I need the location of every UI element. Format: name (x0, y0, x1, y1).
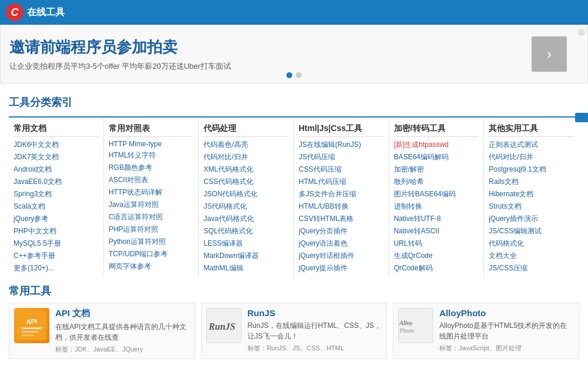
link-encrypt[interactable]: 加密/解密 (394, 163, 479, 176)
link-tcp-udp[interactable]: TCP/UDP端口参考 (109, 248, 194, 260)
link-csv-html[interactable]: CSV转HTML表格 (299, 213, 384, 225)
link-mathml[interactable]: MathML编辑 (203, 262, 289, 274)
link-java-ops[interactable]: Java运算符对照 (109, 199, 194, 211)
link-css-fmt[interactable]: CSS代码格式化 (203, 176, 289, 188)
link-rails[interactable]: Rails文档 (489, 176, 574, 188)
link-jq-demo[interactable]: jQuery插件演示 (489, 213, 574, 225)
share-button[interactable]: 分享到 (575, 113, 588, 122)
link-base64[interactable]: BASE64编码解码 (394, 151, 479, 163)
link-jscss-edit[interactable]: JS/CSS编辑测试 (489, 225, 574, 237)
link-native-utf8[interactable]: Native转UTF-8 (394, 213, 479, 225)
ad-content: 邀请前端程序员参加拍卖 让企业竞拍程序员平均3-5个offer 平均年薪20万还… (9, 37, 532, 72)
runjs-tags: 标签：RunJS、JS、CSS、HTML (248, 344, 382, 353)
link-mysql[interactable]: MySQL5.5手册 (14, 237, 99, 250)
link-img-base64[interactable]: 图片转BASE64编码 (394, 188, 479, 200)
link-jscss-min[interactable]: JS/CSS压缩 (489, 262, 574, 274)
col-crypto: 加密/转码工具 [新]生成htpasswd BASE64编码解码 加密/解密 散… (389, 118, 485, 277)
card-runjs: RunJS RunJS RunJS，在线编辑运行HTML、CSS、JS，让JS飞… (201, 303, 387, 359)
link-jdk7[interactable]: JDK7英文文档 (14, 151, 99, 163)
link-css-compress[interactable]: CSS代码压缩 (299, 163, 384, 176)
link-js-compress[interactable]: JS代码压缩 (299, 151, 384, 163)
ad-arrow[interactable]: › (532, 36, 567, 72)
link-ascii[interactable]: ASCII对照表 (109, 174, 194, 186)
link-highlight[interactable]: 代码着色/高亮 (203, 139, 289, 151)
alloy-info: AlloyPhoto AlloyPhoto是基于HTML5技术的开发的在线图片处… (439, 308, 574, 353)
link-markdown[interactable]: MarkDown编译器 (203, 250, 289, 262)
link-jq-tip[interactable]: jQuery提示插件 (299, 262, 384, 274)
link-spring3[interactable]: Spring3文档 (14, 188, 99, 200)
link-native-ascii[interactable]: Native转ASCII (394, 225, 479, 237)
link-regex[interactable]: 正则表达式测试 (489, 139, 574, 151)
link-mime[interactable]: HTTP Mime-type (109, 139, 194, 149)
link-html-compress[interactable]: HTML代码压缩 (299, 176, 384, 188)
ad-close-button[interactable]: ⓧ (578, 28, 584, 37)
api-tags: 标签：JDK、JavaEE、JQuery (55, 345, 190, 354)
link-jquery[interactable]: jQuery参考 (14, 213, 99, 225)
ad-banner: 邀请前端程序员参加拍卖 让企业竞拍程序员平均3-5个offer 平均年薪20万还… (0, 25, 588, 83)
link-http-status[interactable]: HTTP状态码详解 (109, 186, 194, 199)
link-c-ops[interactable]: C语言运算符对照 (109, 211, 194, 223)
col-header-code: 代码处理 (203, 120, 289, 137)
link-decode-qrcode[interactable]: QrCode解码 (394, 262, 479, 274)
link-jq-dialog[interactable]: jQuery对话框插件 (299, 250, 384, 262)
svg-text:Photo: Photo (399, 327, 415, 334)
link-webfont[interactable]: 网页字体参考 (109, 260, 194, 273)
col-reference: 常用对照表 HTTP Mime-type HTML转义字符 RGB颜色参考 AS… (104, 118, 199, 277)
link-html-ubb[interactable]: HTML/UBB转换 (299, 200, 384, 213)
link-hash[interactable]: 散列/哈希 (394, 176, 479, 188)
link-gen-qrcode[interactable]: 生成QrCode (394, 250, 479, 262)
logo[interactable]: C 在线工具 (6, 4, 65, 21)
link-rgb[interactable]: RGB颜色参考 (109, 162, 194, 174)
link-jq-syntax[interactable]: jQuery语法着色 (299, 237, 384, 250)
ad-subtitle: 让企业竞拍程序员平均3-5个offer 平均年薪20万还送Uber打车面试 (9, 61, 532, 72)
link-scala[interactable]: Scala文档 (14, 200, 99, 213)
link-java-fmt[interactable]: Java代码格式化 (203, 213, 289, 225)
link-php-ops[interactable]: PHP运算符对照 (109, 223, 194, 236)
svg-rect-3 (22, 331, 38, 333)
ad-title: 邀请前端程序员参加拍卖 (9, 37, 532, 58)
link-more[interactable]: 更多(120+)... (14, 262, 99, 274)
link-json-fmt[interactable]: JSON代码格式化 (203, 188, 289, 200)
col-header-crypto: 加密/转码工具 (394, 120, 479, 137)
tools-index-title: 工具分类索引 (9, 95, 579, 112)
link-radix[interactable]: 进制转换 (394, 200, 479, 213)
link-cpp[interactable]: C++参考手册 (14, 250, 99, 262)
card-api: API API 文档 在线API文档工具提供各种语言的几十种文档，供开发者在线查… (9, 303, 195, 359)
ad-dot-1[interactable] (286, 72, 292, 78)
link-javaee6[interactable]: JavaEE6.0文档 (14, 176, 99, 188)
link-htpasswd[interactable]: [新]生成htpasswd (394, 139, 479, 151)
link-sql-fmt[interactable]: SQL代码格式化 (203, 225, 289, 237)
col-header-common-docs: 常用文档 (14, 120, 99, 137)
link-xml-fmt[interactable]: XML代码格式化 (203, 163, 289, 176)
link-runjs[interactable]: JS在线编辑(RunJS) (299, 139, 384, 151)
link-diff[interactable]: 代码对比/归并 (203, 151, 289, 163)
link-struts[interactable]: Struts文档 (489, 200, 574, 213)
svg-text:Alloy: Alloy (399, 320, 413, 326)
link-jdk6[interactable]: JDK6中文文档 (14, 139, 99, 151)
svg-rect-4 (22, 334, 34, 336)
link-diff2[interactable]: 代码对比/归并 (489, 151, 574, 163)
link-less[interactable]: LESS编译器 (203, 237, 289, 250)
ad-dot-2[interactable] (296, 72, 302, 78)
link-code-fmt2[interactable]: 代码格式化 (489, 237, 574, 250)
link-android[interactable]: Android文档 (14, 163, 99, 176)
link-hibernate[interactable]: Hibernate文档 (489, 188, 574, 200)
link-python-ops[interactable]: Python运算符对照 (109, 236, 194, 248)
link-html-escape[interactable]: HTML转义字符 (109, 149, 194, 162)
link-url-encode[interactable]: URL转码 (394, 237, 479, 250)
link-multi-js[interactable]: 多JS文件合并压缩 (299, 188, 384, 200)
link-jq-page[interactable]: jQuery分页插件 (299, 225, 384, 237)
svg-rect-2 (22, 327, 42, 329)
runjs-name: RunJS (248, 308, 382, 318)
ad-dots (286, 72, 302, 78)
link-pg9[interactable]: Postgresql9.1文档 (489, 163, 574, 176)
api-info: API 文档 在线API文档工具提供各种语言的几十种文档，供开发者在线查 标签：… (55, 308, 190, 354)
col-header-htmljscss: Html|Js|Css工具 (299, 120, 384, 137)
main-content: 分享到 工具分类索引 常用文档 JDK6中文文档 JDK7英文文档 Androi… (0, 83, 588, 365)
link-js-fmt[interactable]: JS代码格式化 (203, 200, 289, 213)
link-php[interactable]: PHP中文文档 (14, 225, 99, 237)
link-doc-all[interactable]: 文档大全 (489, 250, 574, 262)
api-icon: API (14, 308, 49, 343)
site-name: 在线工具 (27, 6, 65, 19)
col-header-others: 其他实用工具 (489, 120, 574, 137)
